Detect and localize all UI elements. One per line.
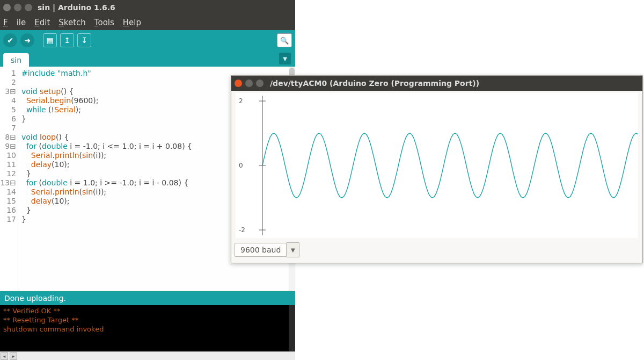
close-icon[interactable] bbox=[3, 4, 11, 11]
scroll-left-icon[interactable]: ◂ bbox=[1, 352, 8, 360]
ytick-bot: -2 bbox=[239, 226, 245, 234]
tab-sin[interactable]: sin bbox=[3, 53, 29, 67]
console-scrollbar[interactable] bbox=[289, 305, 295, 351]
tab-menu-button[interactable]: ▼ bbox=[279, 53, 291, 64]
open-button[interactable]: ↥ bbox=[60, 33, 74, 47]
baud-select[interactable]: 9600 baud ▼ bbox=[235, 242, 299, 257]
menu-tools[interactable]: Tools bbox=[94, 18, 114, 27]
new-button[interactable]: ▤ bbox=[43, 33, 57, 47]
maximize-icon[interactable] bbox=[256, 80, 264, 87]
baud-value: 9600 baud bbox=[235, 243, 287, 257]
status-bar: Done uploading. bbox=[0, 291, 295, 305]
serial-plotter-window: /dev/ttyACM0 (Arduino Zero (Programming … bbox=[231, 75, 643, 263]
horizontal-scrollbar[interactable]: ◂ ▸ bbox=[0, 351, 295, 360]
ide-titlebar[interactable]: sin | Arduino 1.6.6 bbox=[0, 0, 295, 15]
check-icon: ✔ bbox=[7, 36, 13, 45]
arrow-up-icon: ↥ bbox=[64, 36, 70, 45]
scroll-right-icon[interactable]: ▸ bbox=[10, 352, 17, 360]
search-icon: 🔍 bbox=[280, 37, 289, 45]
menu-sketch[interactable]: Sketch bbox=[58, 18, 86, 27]
upload-button[interactable]: ➜ bbox=[20, 33, 34, 47]
close-icon[interactable] bbox=[235, 80, 242, 87]
chart-svg bbox=[236, 93, 638, 238]
toolbar: ✔ ➜ ▤ ↥ ↧ 🔍 bbox=[0, 30, 295, 51]
minimize-icon[interactable] bbox=[14, 4, 21, 11]
plotter-titlebar[interactable]: /dev/ttyACM0 (Arduino Zero (Programming … bbox=[231, 76, 642, 91]
chevron-down-icon[interactable]: ▼ bbox=[287, 242, 299, 257]
menu-file[interactable]: File bbox=[3, 18, 26, 27]
chevron-down-icon: ▼ bbox=[283, 56, 287, 62]
maximize-icon[interactable] bbox=[25, 4, 32, 11]
minimize-icon[interactable] bbox=[245, 80, 253, 87]
window-title: sin | Arduino 1.6.6 bbox=[38, 3, 115, 12]
arrow-down-icon: ↧ bbox=[81, 36, 87, 45]
arrow-right-icon: ➜ bbox=[24, 36, 31, 45]
serial-monitor-button[interactable]: 🔍 bbox=[277, 33, 292, 47]
verify-button[interactable]: ✔ bbox=[3, 33, 17, 47]
menu-bar: File Edit Sketch Tools Help bbox=[0, 15, 295, 30]
plotter-title: /dev/ttyACM0 (Arduino Zero (Programming … bbox=[270, 79, 479, 88]
file-icon: ▤ bbox=[46, 36, 53, 45]
line-gutter: 123⊟45678⊟9⊟10111213⊟14151617 bbox=[0, 67, 18, 291]
plotter-bottom-bar: 9600 baud ▼ bbox=[235, 240, 639, 260]
menu-help[interactable]: Help bbox=[123, 18, 141, 27]
ytick-top: 2 bbox=[239, 97, 243, 105]
ytick-mid: 0 bbox=[239, 162, 243, 169]
tab-strip: sin ▼ bbox=[0, 51, 295, 67]
menu-edit[interactable]: Edit bbox=[34, 18, 50, 27]
chart-area: 2 0 -2 bbox=[236, 93, 638, 238]
console-output[interactable]: ** Verified OK **** Resetting Target **s… bbox=[0, 305, 295, 351]
save-button[interactable]: ↧ bbox=[77, 33, 91, 47]
